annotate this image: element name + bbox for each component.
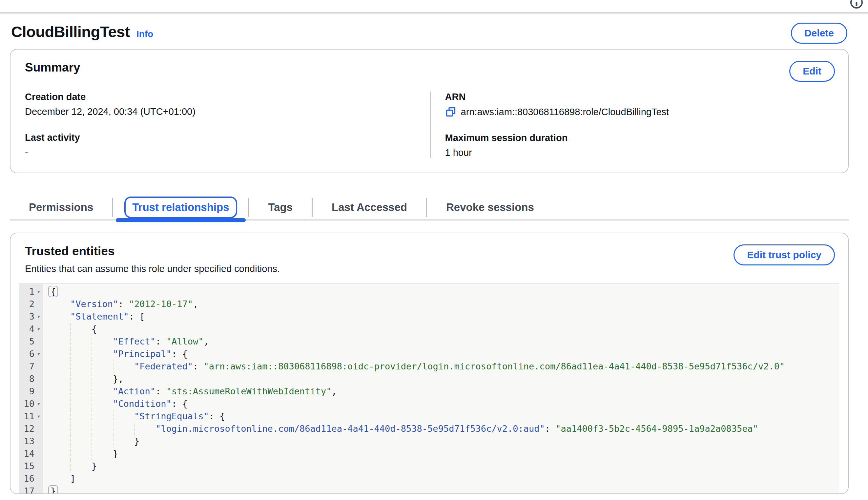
line-number: 16 xyxy=(21,473,34,485)
json-key: "Federated" xyxy=(134,361,193,371)
trusted-entities-header-text: Trusted entities Entities that can assum… xyxy=(25,245,280,274)
tab-trust-relationships[interactable]: Trust relationships xyxy=(113,195,248,219)
top-nav-bar xyxy=(0,0,868,13)
indent-guide xyxy=(70,423,71,435)
gutter-cell: 14 xyxy=(19,447,43,460)
tab-list: PermissionsTrust relationshipsTagsLast A… xyxy=(10,195,849,220)
gutter-cell: 13 xyxy=(19,435,43,447)
code-text: ] xyxy=(49,473,839,485)
code-line: 9"Action": "sts:AssumeRoleWithWebIdentit… xyxy=(19,385,839,398)
code-line: 3▾"Statement": [ xyxy=(19,310,839,323)
code-line: 13} xyxy=(19,435,839,447)
code-text: "Statement": [ xyxy=(49,310,839,323)
tab-tags[interactable]: Tags xyxy=(249,195,312,219)
indent-guide xyxy=(92,360,92,373)
edit-button[interactable]: Edit xyxy=(789,61,835,82)
json-key: "login.microsoftonline.com/86ad11ea-4a41… xyxy=(156,423,545,434)
json-key: "StringEquals" xyxy=(134,411,209,421)
code-text: "login.microsoftonline.com/86ad11ea-4a41… xyxy=(49,423,839,435)
indent-guide xyxy=(70,348,71,360)
tab-label: Last Accessed xyxy=(324,196,415,218)
json-punctuation: : xyxy=(156,336,166,346)
indent-guide xyxy=(92,335,92,348)
line-number: 5 xyxy=(21,335,34,348)
line-number: 14 xyxy=(21,447,34,460)
json-punctuation: { xyxy=(48,286,58,297)
json-key: "Condition" xyxy=(113,399,172,409)
policy-code: 1▾{2"Version": "2012-10-17",3▾"Statement… xyxy=(19,284,839,493)
json-punctuation: }, xyxy=(113,374,124,384)
tab-label: Permissions xyxy=(21,196,101,218)
gutter-cell: 4▾ xyxy=(19,323,43,335)
code-line: 6▾"Principal": { xyxy=(19,348,839,360)
fold-toggle-icon[interactable]: ▾ xyxy=(34,398,43,410)
info-link[interactable]: Info xyxy=(136,29,153,39)
json-punctuation: } xyxy=(92,461,97,471)
json-string: "Allow" xyxy=(166,336,204,346)
main-content: CloudBillingTest Info Delete Summary Edi… xyxy=(0,23,868,494)
indent-guide xyxy=(113,360,114,373)
code-text: "Effect": "Allow", xyxy=(49,335,839,348)
indent-guide xyxy=(92,348,92,360)
page-title: CloudBillingTest xyxy=(11,23,130,41)
creation-date-value: December 12, 2024, 00:34 (UTC+01:00) xyxy=(25,106,430,117)
json-key: "Version" xyxy=(70,299,118,309)
indent-guide xyxy=(70,410,71,423)
last-activity-value: - xyxy=(25,147,430,158)
code-line: 7"Federated": "arn:aws:iam::803068116898… xyxy=(19,360,839,373)
tab-revoke-sessions[interactable]: Revoke sessions xyxy=(427,195,553,219)
last-activity-label: Last activity xyxy=(25,132,430,143)
json-punctuation: } xyxy=(134,436,139,446)
copy-icon[interactable] xyxy=(445,106,456,117)
indent-guide xyxy=(92,373,92,385)
tab-last-accessed[interactable]: Last Accessed xyxy=(313,195,426,219)
json-punctuation: : { xyxy=(172,349,187,359)
gutter-cell: 9 xyxy=(19,385,43,398)
json-punctuation: : { xyxy=(172,399,187,409)
indent-guide xyxy=(70,460,71,473)
gutter-cell: 17 xyxy=(19,485,43,493)
fold-toggle-icon[interactable]: ▾ xyxy=(34,285,43,298)
gutter-cell: 5 xyxy=(19,335,43,348)
line-number: 1 xyxy=(21,285,34,298)
gutter-cell: 2 xyxy=(19,298,43,310)
json-key: "Statement" xyxy=(70,311,129,321)
json-key: "Effect" xyxy=(113,336,156,346)
line-number: 6 xyxy=(21,348,34,360)
gutter-cell: 15 xyxy=(19,460,43,473)
indent-guide xyxy=(70,360,71,373)
json-punctuation: : { xyxy=(209,411,225,421)
code-line: 16] xyxy=(19,473,839,485)
indent-guide xyxy=(134,423,135,435)
code-text: "Federated": "arn:aws:iam::803068116898:… xyxy=(49,360,839,373)
gutter-cell: 3▾ xyxy=(19,310,43,323)
fold-toggle-icon[interactable]: ▾ xyxy=(34,410,43,423)
summary-card: Summary Edit Creation date December 12, … xyxy=(10,49,849,173)
json-key: "Action" xyxy=(113,386,156,396)
policy-editor[interactable]: 1▾{2"Version": "2012-10-17",3▾"Statement… xyxy=(19,283,839,493)
code-text: "Principal": { xyxy=(49,348,839,360)
gutter-cell: 16 xyxy=(19,473,43,485)
trusted-entities-card: Trusted entities Entities that can assum… xyxy=(10,232,849,494)
fold-toggle-icon[interactable]: ▾ xyxy=(34,310,43,323)
indent-guide xyxy=(113,410,114,423)
code-text: "Condition": { xyxy=(49,398,839,410)
tab-permissions[interactable]: Permissions xyxy=(10,195,112,219)
line-number: 3 xyxy=(21,310,34,323)
fold-toggle-icon[interactable]: ▾ xyxy=(34,348,43,360)
delete-button[interactable]: Delete xyxy=(791,23,847,44)
indent-guide xyxy=(92,447,92,460)
json-punctuation: , xyxy=(203,336,209,346)
fold-toggle-icon[interactable]: ▾ xyxy=(34,323,43,335)
code-text: { xyxy=(49,285,839,298)
help-icon[interactable] xyxy=(850,0,863,9)
line-number: 15 xyxy=(21,460,34,473)
line-number: 9 xyxy=(21,385,34,398)
indent-guide xyxy=(113,435,114,447)
edit-trust-policy-button[interactable]: Edit trust policy xyxy=(733,245,835,265)
gutter-cell: 7 xyxy=(19,360,43,373)
json-punctuation: , xyxy=(332,386,337,396)
code-line: 4▾{ xyxy=(19,323,839,335)
line-number: 8 xyxy=(21,373,34,385)
max-session-duration-value: 1 hour xyxy=(445,147,835,158)
